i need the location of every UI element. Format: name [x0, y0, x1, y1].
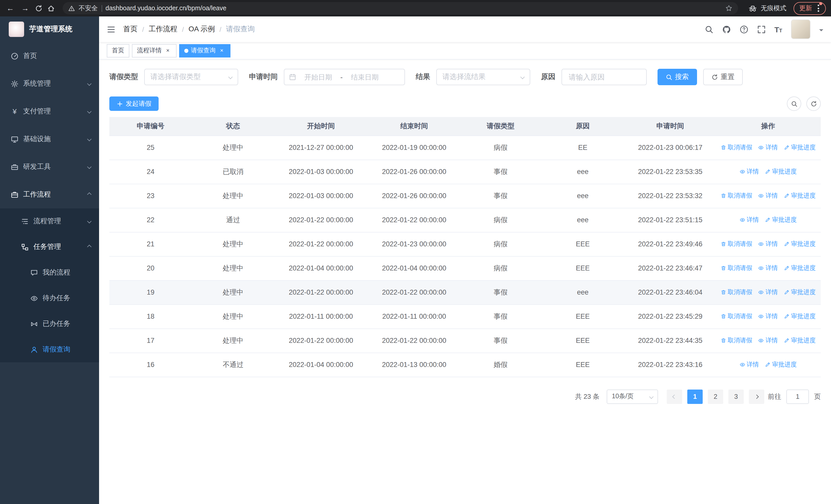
start-date-input[interactable]: [298, 72, 338, 81]
detail-link[interactable]: 详情: [739, 167, 759, 176]
browser-home-icon[interactable]: [47, 4, 55, 12]
cell-actions: 取消请假 详情 审批进度: [716, 304, 821, 328]
user-avatar[interactable]: [791, 20, 810, 39]
delete-icon: [720, 338, 726, 343]
cell-apply-time: 2022-01-22 23:44:35: [625, 328, 716, 353]
search-button[interactable]: 搜索: [658, 69, 697, 85]
create-leave-button[interactable]: 发起请假: [109, 96, 159, 111]
cancel-leave-link[interactable]: 取消请假: [720, 336, 752, 345]
cell-end-time: 2022-01-26 00:00:00: [368, 159, 461, 184]
approval-progress-link[interactable]: 审批进度: [784, 240, 815, 248]
approval-progress-link[interactable]: 审批进度: [784, 288, 815, 297]
table-tools: [787, 96, 821, 111]
breadcrumb-home[interactable]: 首页: [123, 25, 138, 34]
tab-close-icon[interactable]: ×: [164, 47, 171, 54]
cancel-leave-link[interactable]: 取消请假: [720, 191, 752, 200]
eye-icon: [758, 338, 764, 343]
refresh-table-button[interactable]: [806, 96, 821, 111]
cancel-leave-link[interactable]: 取消请假: [720, 264, 752, 272]
sidebar-item-system-management[interactable]: 系统管理: [0, 70, 99, 97]
detail-link[interactable]: 详情: [758, 191, 778, 200]
tab-process-detail[interactable]: 流程详情 ×: [132, 44, 177, 57]
approval-progress-link[interactable]: 审批进度: [784, 336, 815, 345]
col-apply-id: 申请编号: [109, 117, 192, 136]
detail-link[interactable]: 详情: [758, 240, 778, 248]
detail-link[interactable]: 详情: [758, 288, 778, 297]
detail-link[interactable]: 详情: [758, 312, 778, 321]
tab-label: 流程详情: [137, 46, 162, 55]
sidebar-item-home[interactable]: 首页: [0, 42, 99, 70]
sidebar-item-process-management[interactable]: 流程管理: [0, 208, 99, 234]
sidebar-item-workflow[interactable]: 工作流程: [0, 181, 99, 208]
reason-input[interactable]: [568, 72, 640, 82]
user-menu-caret-icon[interactable]: [819, 29, 823, 33]
toggle-search-button[interactable]: [787, 96, 801, 111]
cell-leave-type: 事假: [461, 280, 540, 304]
help-icon[interactable]: [739, 25, 748, 34]
cell-end-time: 2022-01-22 00:00:00: [368, 328, 461, 353]
address-bar[interactable]: 不安全 dashboard.yudao.iocoder.cn/bpm/oa/le…: [63, 2, 738, 14]
delete-icon: [720, 241, 726, 247]
sidebar-item-leave-query[interactable]: 请假查询: [0, 337, 99, 362]
sidebar-item-my-process[interactable]: 我的流程: [0, 260, 99, 285]
detail-link[interactable]: 详情: [739, 215, 759, 224]
browser-update-button[interactable]: 更新: [794, 2, 826, 14]
approval-progress-link[interactable]: 审批进度: [765, 360, 797, 369]
table-row: 19 处理中 2022-01-22 00:00:00 2022-01-22 00…: [109, 280, 821, 304]
goto-page-input[interactable]: [786, 389, 809, 404]
tab-leave-query[interactable]: 请假查询 ×: [179, 44, 230, 57]
approval-progress-link[interactable]: 审批进度: [784, 143, 815, 152]
search-icon[interactable]: [705, 25, 713, 34]
cancel-leave-link[interactable]: 取消请假: [720, 312, 752, 321]
leave-type-select[interactable]: 请选择请假类型: [144, 69, 238, 85]
end-date-input[interactable]: [345, 72, 385, 81]
sidebar-item-infrastructure[interactable]: 基础设施: [0, 125, 99, 153]
sidebar-item-todo-tasks[interactable]: 待办任务: [0, 285, 99, 311]
browser-forward-button[interactable]: →: [20, 0, 30, 17]
result-select[interactable]: 请选择流结果: [436, 69, 530, 85]
breadcrumb: 首页 / 工作流程 / OA 示例 / 请假查询: [123, 25, 255, 34]
monitor-icon: [11, 135, 19, 143]
reset-button[interactable]: 重置: [703, 69, 743, 85]
page-size-select[interactable]: 10条/页: [607, 389, 658, 404]
date-range-picker[interactable]: -: [284, 69, 405, 85]
app-logo[interactable]: 芋道管理系统: [0, 17, 99, 42]
browser-back-button[interactable]: ←: [5, 0, 16, 17]
page-button-2[interactable]: 2: [708, 389, 723, 404]
browser-reload-icon[interactable]: [35, 4, 42, 12]
breadcrumb-workflow[interactable]: 工作流程: [149, 25, 177, 34]
sidebar-item-payment-management[interactable]: ¥ 支付管理: [0, 97, 99, 125]
github-icon[interactable]: [722, 25, 730, 34]
bookmark-star-icon[interactable]: [725, 5, 733, 12]
sidebar-item-done-tasks[interactable]: 已办任务: [0, 311, 99, 337]
approval-progress-link[interactable]: 审批进度: [765, 167, 797, 176]
tab-home[interactable]: 首页: [107, 44, 130, 57]
cancel-leave-link[interactable]: 取消请假: [720, 143, 752, 152]
approval-progress-link[interactable]: 审批进度: [784, 312, 815, 321]
cancel-leave-link[interactable]: 取消请假: [720, 288, 752, 297]
sidebar-item-task-management[interactable]: 任务管理: [0, 234, 99, 260]
prev-page-button[interactable]: [667, 389, 682, 404]
detail-link[interactable]: 详情: [758, 264, 778, 272]
tab-label: 请假查询: [191, 46, 216, 55]
breadcrumb-oa-example[interactable]: OA 示例: [189, 25, 215, 34]
next-page-button[interactable]: [749, 389, 764, 404]
tab-close-icon[interactable]: ×: [218, 47, 225, 54]
approval-progress-link[interactable]: 审批进度: [784, 191, 815, 200]
page-button-1[interactable]: 1: [687, 389, 703, 404]
approval-progress-link[interactable]: 审批进度: [784, 264, 815, 272]
detail-link[interactable]: 详情: [758, 336, 778, 345]
approval-progress-link[interactable]: 审批进度: [765, 215, 797, 224]
detail-link[interactable]: 详情: [758, 143, 778, 152]
page-button-3[interactable]: 3: [728, 389, 744, 404]
edit-icon: [784, 314, 790, 319]
menu-label: 首页: [23, 51, 37, 61]
collapse-sidebar-icon[interactable]: [107, 25, 115, 34]
page-unit-label: 页: [814, 392, 821, 401]
font-size-icon[interactable]: TT: [774, 25, 782, 33]
cancel-leave-link[interactable]: 取消请假: [720, 240, 752, 248]
fullscreen-icon[interactable]: [757, 25, 766, 34]
detail-link[interactable]: 详情: [739, 360, 759, 369]
browser-menu-icon[interactable]: [816, 4, 820, 13]
sidebar-item-dev-tools[interactable]: 研发工具: [0, 153, 99, 181]
